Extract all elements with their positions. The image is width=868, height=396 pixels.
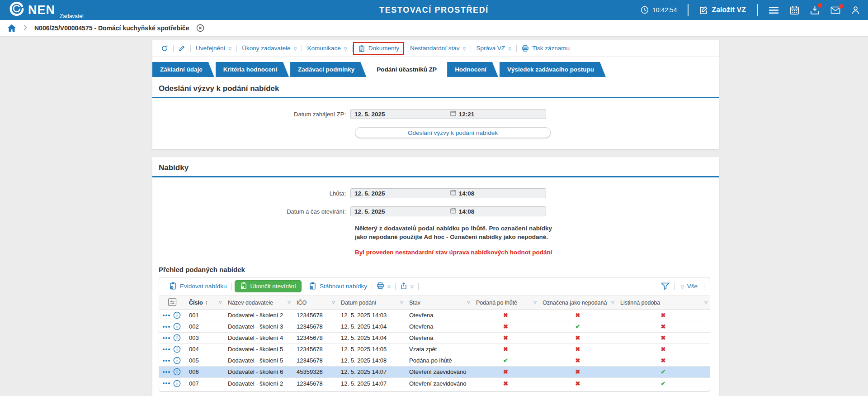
cell-podana-po-lhute-cross-icon: ✖ bbox=[472, 321, 539, 332]
tab-1[interactable]: Základní údaje bbox=[152, 62, 214, 77]
cell-listinna-podoba-cross-icon: ✖ bbox=[617, 321, 710, 332]
row-actions-icon[interactable] bbox=[163, 382, 170, 384]
column-filter-icon[interactable]: ▽ bbox=[332, 300, 335, 305]
toolbar-item-tisk-zaznamu[interactable]: Tisk záznamu bbox=[517, 45, 575, 52]
column-header-6[interactable]: Podaná po lhůtě▽ bbox=[472, 296, 539, 310]
nonstandard-state-alert: Byl proveden nestandardní stav úprava na… bbox=[355, 249, 719, 256]
table-row[interactable]: 004Dodavatel - školení 51234567812. 5. 2… bbox=[159, 344, 710, 355]
cell-podana-po-lhute-cross-icon: ✖ bbox=[472, 310, 539, 321]
export-grid-button[interactable]: ▽ bbox=[396, 282, 418, 291]
messages-badge bbox=[839, 4, 843, 9]
toolbar-item-nestandardni-stav[interactable]: Nestandardní stav▽ bbox=[405, 45, 471, 52]
menu-icon[interactable] bbox=[769, 6, 779, 14]
user-profile-icon[interactable] bbox=[851, 6, 860, 14]
table-row[interactable]: 003Dodavatel - školení 41234567812. 5. 2… bbox=[159, 332, 710, 344]
send-invitation-button[interactable]: Odeslání výzvy k podání nabídek bbox=[355, 127, 551, 138]
tab-4[interactable]: Podání účastníků ZP bbox=[368, 62, 446, 77]
row-info-icon[interactable] bbox=[173, 380, 181, 387]
row-actions-icon[interactable] bbox=[163, 371, 170, 373]
row-info-icon[interactable] bbox=[173, 345, 181, 353]
filter-preset-select[interactable]: ▽ Vše bbox=[679, 283, 699, 290]
download-offers-label: Stáhnout nabídky bbox=[320, 283, 367, 290]
cell-datum: 12. 5. 2025 14:05 bbox=[337, 344, 406, 355]
toolbar-item-uverejneni[interactable]: Uveřejnění▽ bbox=[191, 45, 236, 52]
header-divider bbox=[688, 4, 689, 16]
filter-icon[interactable] bbox=[661, 282, 670, 290]
column-filter-icon[interactable]: ▽ bbox=[288, 300, 291, 305]
deadline-field[interactable]: 12. 5. 2025 14:08 bbox=[350, 188, 546, 198]
table-row[interactable]: 007Dodavatel - školení 21234567812. 5. 2… bbox=[159, 377, 710, 389]
close-tab-icon[interactable] bbox=[196, 24, 204, 32]
register-offer-button[interactable]: Evidovat nabídku bbox=[165, 282, 231, 291]
row-info-icon[interactable] bbox=[173, 368, 181, 376]
toolbar-item-edit[interactable] bbox=[174, 45, 190, 52]
toolbar-item-dokumenty[interactable]: Dokumenty bbox=[353, 42, 404, 55]
toolbar-item-sprava-vz[interactable]: Správa VZ▽ bbox=[471, 45, 516, 52]
row-actions-icon[interactable] bbox=[163, 315, 170, 316]
column-filter-icon[interactable]: ▽ bbox=[611, 300, 614, 305]
tab-3[interactable]: Zadávací podmínky bbox=[290, 62, 366, 77]
cell-ico: 12345678 bbox=[293, 355, 337, 366]
breadcrumb: N006/25/V00004575 - Domácí kuchyňské spo… bbox=[0, 20, 868, 37]
row-info-icon[interactable] bbox=[173, 323, 181, 330]
tab-2[interactable]: Kritéria hodnocení bbox=[216, 62, 289, 77]
row-actions-icon[interactable] bbox=[163, 348, 170, 350]
column-filter-icon[interactable]: ▽ bbox=[467, 300, 470, 305]
download-offers-button[interactable]: Stáhnout nabídky bbox=[304, 282, 372, 291]
toolbar-item-refresh[interactable] bbox=[156, 45, 173, 52]
grid-toolbar: Evidovat nabídku Ukončit otevírání Stáhn… bbox=[159, 277, 710, 296]
column-header-1[interactable]: Číslo↑▽ bbox=[185, 296, 224, 310]
column-header-4[interactable]: Datum podání▽ bbox=[337, 296, 406, 310]
calendar-icon[interactable] bbox=[790, 5, 799, 15]
finish-opening-button[interactable]: Ukončit otevírání bbox=[235, 280, 302, 292]
cell-dodavatel: Dodavatel - školení 3 bbox=[224, 321, 293, 332]
column-header-5[interactable]: Stav▽ bbox=[406, 296, 472, 310]
home-icon[interactable] bbox=[7, 24, 16, 32]
print-grid-button[interactable]: ▽ bbox=[372, 282, 395, 291]
table-row[interactable]: 005Dodavatel - školení 51234567812. 5. 2… bbox=[159, 355, 710, 366]
downloads-icon[interactable] bbox=[810, 5, 820, 15]
row-actions-icon[interactable] bbox=[163, 326, 170, 328]
opening-field[interactable]: 12. 5. 2025 14:08 bbox=[350, 206, 546, 216]
create-vz-button[interactable]: Založit VZ bbox=[699, 6, 746, 14]
messages-icon[interactable] bbox=[830, 6, 840, 14]
column-header-3[interactable]: IČO▽ bbox=[293, 296, 337, 310]
start-date-field[interactable]: 12. 5. 2025 12:21 bbox=[350, 109, 546, 119]
row-actions-icon[interactable] bbox=[163, 337, 170, 339]
column-filter-icon[interactable]: ▽ bbox=[533, 300, 537, 305]
refresh-icon bbox=[161, 45, 168, 52]
cell-cislo: 001 bbox=[185, 310, 224, 321]
tab-5[interactable]: Hodnocení bbox=[447, 62, 498, 77]
toolbar-item-komunikace[interactable]: Komunikace▽ bbox=[302, 45, 352, 52]
column-header-7[interactable]: Označena jako nepodaná▽ bbox=[539, 296, 617, 310]
toolbar-item-ukony-zadavatele[interactable]: Úkony zadavatele▽ bbox=[237, 45, 302, 52]
column-settings-icon[interactable] bbox=[159, 296, 185, 310]
table-row[interactable]: 002Dodavatel - školení 31234567812. 5. 2… bbox=[159, 321, 710, 332]
dropdown-arrow-icon: ▽ bbox=[410, 285, 414, 289]
cell-oznacena-nepodana-cross-icon: ✖ bbox=[539, 310, 617, 321]
row-info-icon[interactable] bbox=[173, 357, 181, 364]
row-info-icon[interactable] bbox=[173, 334, 181, 342]
breadcrumb-item[interactable]: N006/25/V00004575 - Domácí kuchyňské spo… bbox=[34, 24, 189, 32]
column-filter-icon[interactable]: ▽ bbox=[400, 300, 403, 305]
toolbar-item-label: Uveřejnění bbox=[196, 45, 225, 52]
column-filter-icon[interactable]: ▽ bbox=[704, 300, 708, 305]
cell-datum: 12. 5. 2025 14:07 bbox=[337, 377, 406, 389]
opening-date-value: 12. 5. 2025 bbox=[351, 208, 385, 215]
row-actions-icon[interactable] bbox=[163, 360, 170, 362]
toolbar-item-label: Dokumenty bbox=[368, 45, 399, 52]
edit-square-icon bbox=[699, 6, 708, 14]
column-label: Podaná po lhůtě bbox=[476, 300, 517, 306]
offers-grid: Evidovat nabídku Ukončit otevírání Stáhn… bbox=[159, 277, 710, 392]
cell-cislo: 007 bbox=[185, 377, 224, 389]
table-row[interactable]: 006Dodavatel - školení 64535932612. 5. 2… bbox=[159, 366, 710, 377]
cell-datum: 12. 5. 2025 14:04 bbox=[337, 321, 406, 332]
nen-logo[interactable]: NEN Zadavatel bbox=[9, 1, 55, 19]
column-header-8[interactable]: Listinná podoba▽ bbox=[617, 296, 710, 310]
tab-6[interactable]: Výsledek zadávacího postupu bbox=[500, 62, 606, 77]
row-info-icon[interactable] bbox=[173, 311, 181, 319]
column-label: Číslo bbox=[189, 300, 203, 306]
column-filter-icon[interactable]: ▽ bbox=[219, 300, 222, 305]
column-header-2[interactable]: Název dodavatele▽ bbox=[224, 296, 293, 310]
table-row[interactable]: 001Dodavatel - školení 21234567812. 5. 2… bbox=[159, 310, 710, 321]
